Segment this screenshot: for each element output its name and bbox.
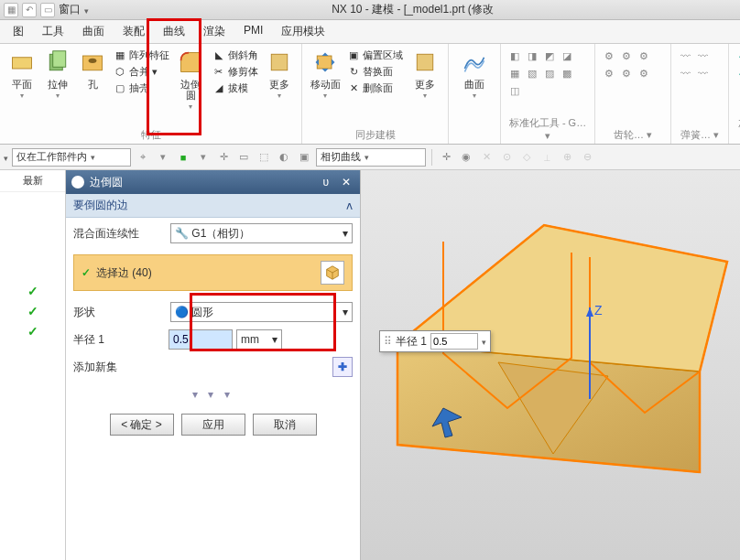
menu-app-module[interactable]: 应用模块 [272, 20, 334, 43]
tb2-icon-11[interactable]: ◉ [458, 149, 474, 166]
std-icon-8[interactable]: ▩ [559, 65, 575, 81]
qat-save-icon[interactable]: ▦ [4, 3, 18, 17]
radius-input[interactable] [169, 329, 233, 350]
spring-icon-4[interactable]: 〰 [694, 65, 711, 81]
chamfer-button[interactable]: ◣倒斜角 [210, 48, 261, 63]
menu-curve[interactable]: 曲线 [154, 20, 194, 43]
continuity-dropdown[interactable]: 🔧 G1（相切）▾ [170, 223, 353, 243]
std-icon-2[interactable]: ◨ [524, 48, 540, 64]
cancel-button[interactable]: 取消 [253, 414, 317, 436]
tab-recent[interactable]: 最新 [0, 170, 65, 192]
ribbon-group-proc: ◆ ◆ ◆ 加工… ▾ [729, 44, 740, 144]
tb2-icon-17[interactable]: ⊖ [579, 149, 595, 166]
history-check-1[interactable]: ✓ [27, 284, 38, 298]
feature-more-button[interactable]: 更多▾ [263, 46, 296, 102]
delete-face-button[interactable]: ✕删除面 [344, 81, 406, 96]
tb2-icon-12[interactable]: ✕ [478, 149, 495, 166]
scope-combo[interactable]: 仅在工作部件内 [12, 148, 131, 167]
gear-icon-5[interactable]: ⚙ [618, 65, 635, 81]
spring-icon-2[interactable]: 〰 [694, 48, 711, 64]
tb2-icon-10[interactable]: ✛ [438, 149, 454, 166]
tb2-dd1[interactable] [4, 151, 8, 164]
std-icon-4[interactable]: ◪ [559, 48, 575, 64]
menu-tools[interactable]: 工具 [33, 20, 73, 43]
history-check-3[interactable]: ✓ [27, 324, 38, 339]
quick-access-toolbar: ▦ ↶ ▭ 窗口 [4, 2, 89, 17]
left-sidebar: 最新 ✓ ✓ ✓ [0, 170, 66, 560]
plane-button[interactable]: 平面▾ [5, 46, 38, 102]
window-menu[interactable]: 窗口 [59, 2, 81, 17]
gear-icon-6[interactable]: ⚙ [636, 65, 652, 81]
section-collapse-icon[interactable]: ʌ [346, 199, 353, 212]
menu-assembly[interactable]: 装配 [114, 20, 154, 43]
tb2-icon-6[interactable]: ▭ [235, 149, 252, 166]
extrude-button[interactable]: 拉伸▾ [40, 46, 73, 102]
pattern-button[interactable]: ▦阵列特征 [111, 48, 172, 63]
trim-body-button[interactable]: ✂修剪体 [210, 64, 261, 80]
tb2-icon-8[interactable]: ◐ [276, 149, 292, 166]
std-icon-7[interactable]: ▨ [541, 65, 558, 81]
popup-radius-caret[interactable] [482, 335, 486, 348]
edge-blend-button[interactable]: 边倒圆▾ [174, 46, 207, 113]
proc-icon-1[interactable]: ◆ [735, 48, 740, 64]
offset-region-button[interactable]: ▣偏置区域 [344, 48, 406, 63]
proc-icon-3[interactable]: ◆ [735, 65, 740, 81]
move-face-button[interactable]: 移动面▾ [308, 46, 343, 102]
gear-icon[interactable] [71, 176, 84, 188]
tb2-icon-13[interactable]: ⊙ [498, 149, 515, 166]
dialog-close-icon[interactable]: ✕ [338, 176, 354, 188]
popup-radius-field[interactable] [430, 333, 478, 350]
gear-icon-1[interactable]: ⚙ [601, 48, 617, 64]
select-edge-cube-button[interactable] [321, 261, 344, 285]
shell-button[interactable]: ▢抽壳 [111, 81, 172, 96]
tb2-icon-4[interactable]: ▾ [195, 149, 212, 166]
ok-button[interactable]: < 确定 > [110, 414, 174, 436]
tb2-icon-7[interactable]: ⬚ [256, 149, 272, 166]
window-menu-caret[interactable] [84, 4, 89, 16]
gear-icon-2[interactable]: ⚙ [618, 48, 635, 64]
sync-more-button[interactable]: 更多▾ [408, 46, 442, 102]
draft-button[interactable]: ◢拔模 [210, 81, 261, 96]
qat-window-icon[interactable]: ▭ [40, 3, 55, 17]
gear-icon-3[interactable]: ⚙ [636, 48, 652, 64]
std-icon-3[interactable]: ◩ [541, 48, 558, 64]
tb2-icon-9[interactable]: ▣ [296, 149, 312, 166]
dialog-header[interactable]: 边倒圆 υ ✕ [66, 170, 360, 194]
history-check-2[interactable]: ✓ [27, 304, 38, 318]
tb2-icon-16[interactable]: ⊕ [559, 149, 575, 166]
dialog-restore-icon[interactable]: υ [319, 176, 332, 188]
std-icon-9[interactable]: ◫ [506, 82, 523, 99]
row-select-edge[interactable]: ✓ 选择边 (40) [73, 254, 353, 291]
3d-viewport[interactable]: Z ⠿ 半径 1 [361, 170, 740, 560]
dialog-more-indicator[interactable]: ▾ ▾ ▾ [66, 382, 360, 406]
qat-undo-icon[interactable]: ↶ [22, 3, 37, 17]
menu-render[interactable]: 渲染 [194, 20, 234, 43]
spring-icon-1[interactable]: 〰 [677, 48, 693, 64]
surface-button[interactable]: 曲面▾ [454, 46, 495, 102]
menu-surface[interactable]: 曲面 [73, 20, 114, 43]
drag-handle-icon[interactable]: ⠿ [384, 335, 392, 348]
std-icon-5[interactable]: ▦ [506, 65, 523, 81]
tb2-icon-14[interactable]: ◇ [518, 149, 535, 166]
dialog-section-edges[interactable]: 要倒圆的边 ʌ [66, 194, 360, 218]
std-icon-1[interactable]: ◧ [506, 48, 523, 64]
shape-dropdown[interactable]: 🔵 圆形▾ [170, 302, 353, 322]
unite-button[interactable]: ⬡合并 ▾ [111, 64, 172, 80]
curve-filter-combo[interactable]: 相切曲线 [316, 148, 426, 167]
add-set-button[interactable]: ✚ [332, 357, 353, 377]
onscreen-radius-input[interactable]: ⠿ 半径 1 [379, 330, 491, 352]
tb2-icon-5[interactable]: ✛ [215, 149, 232, 166]
gear-icon-4[interactable]: ⚙ [601, 65, 617, 81]
menu-pmi[interactable]: PMI [234, 20, 272, 43]
tb2-icon-2[interactable]: ▾ [155, 149, 171, 166]
apply-button[interactable]: 应用 [181, 414, 245, 436]
tb2-icon-15[interactable]: ⟂ [539, 149, 555, 166]
hole-button[interactable]: 孔 [76, 46, 109, 92]
tb2-icon-3[interactable]: ■ [175, 149, 191, 166]
radius-unit-dropdown[interactable]: mm▾ [236, 329, 282, 350]
std-icon-6[interactable]: ▧ [524, 65, 540, 81]
menu-graph[interactable]: 图 [4, 20, 33, 43]
tb2-icon-1[interactable]: ⌖ [135, 149, 151, 166]
replace-face-button[interactable]: ↻替换面 [344, 64, 406, 80]
spring-icon-3[interactable]: 〰 [677, 65, 693, 81]
